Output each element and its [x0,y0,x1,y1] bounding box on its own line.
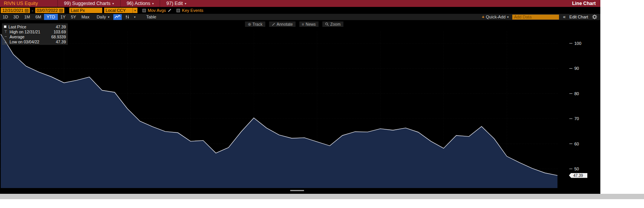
menu-suggested-charts[interactable]: 99) Suggested Charts ▾ [57,0,120,7]
gear-icon[interactable] [592,14,597,20]
series-swatch-icon [4,25,7,28]
chevron-down-icon: ▾ [134,9,136,12]
price-field-select[interactable]: Last Px [69,8,102,13]
y-axis-label: 50 [574,167,579,171]
chart-type-dropdown[interactable]: ▾ [134,15,136,19]
quick-add-button[interactable]: + Quick-Add ▾ [482,15,509,19]
legend-row-last-price[interactable]: Last Price 47.39 [4,24,66,29]
news-label: News [306,22,315,26]
mov-avgs-label: Mov Avgs [148,8,166,13]
period-1y[interactable]: 1Y [58,14,68,20]
quick-add-label: Quick-Add [486,15,505,19]
plus-icon: + [482,15,484,19]
key-events-label: Key Events [182,8,203,13]
window-bottom-edge [0,194,644,199]
chevron-down-icon: ▾ [152,2,154,5]
chart-scrollbar-thumb[interactable] [290,190,304,191]
pencil-icon[interactable] [168,8,172,12]
mov-avgs-checkbox[interactable] [142,9,146,12]
period-ytd[interactable]: YTD [44,14,58,20]
key-events-checkbox[interactable] [177,9,180,12]
chevron-down-icon: ▾ [108,15,110,19]
track-label: Track [253,22,263,26]
settings-bar: 12/31/2021 - 03/07/2022 Last Px Local CC… [0,7,600,14]
legend-value: 47.39 [56,40,66,44]
edit-chart-button[interactable]: Edit Chart [569,15,588,19]
chart-tools-bar: ⊕ Track Annotate ≡ News Zoom [245,21,343,27]
calendar-icon [25,9,28,12]
chart-type-title: Line Chart [572,1,600,6]
line-chart-type-button[interactable] [113,14,122,20]
bloomberg-terminal: RIVN US Equity 99) Suggested Charts ▾ 96… [0,0,600,194]
period-3d[interactable]: 3D [11,14,21,20]
average-marker-icon: ┄ [4,35,8,39]
end-date-input[interactable]: 03/07/2022 [35,8,64,13]
candlestick-icon [125,15,130,19]
table-button[interactable]: Table [144,15,159,19]
track-button[interactable]: ⊕ Track [245,21,265,27]
track-icon: ⊕ [248,22,251,26]
news-icon: ≡ [302,22,304,26]
menu-suggested-charts-label: 99) Suggested Charts [64,1,111,6]
add-data-input[interactable] [512,15,559,20]
y-axis-label: 100 [574,41,581,46]
menu-edit[interactable]: 97) Edit ▾ [160,0,192,7]
annotate-label: Annotate [276,22,293,26]
currency-value: Local CCY [106,8,126,13]
zoom-button[interactable]: Zoom [322,21,343,27]
period-1m[interactable]: 1M [21,14,33,20]
title-bar: RIVN US Equity 99) Suggested Charts ▾ 96… [0,0,600,7]
currency-dropdown-button[interactable]: ▾ [132,8,137,13]
annotate-pencil-icon [271,23,275,26]
legend-label: High on 12/31/21 [10,30,40,34]
legend-label: Last Price [8,25,26,29]
calendar-icon [59,9,63,12]
y-axis-label: 70 [574,116,579,121]
start-date-value: 12/31/2021 [2,8,23,13]
menu-actions-label: 96) Actions [127,1,150,6]
chart-legend: Last Price 47.39 ⊤ High on 12/31/21 103.… [2,23,68,45]
title-menus: 99) Suggested Charts ▾ 96) Actions ▾ 97)… [57,0,193,7]
period-6m[interactable]: 6M [33,14,44,20]
menu-edit-label: 97) Edit [166,1,183,6]
collapse-button[interactable]: « [563,14,566,20]
y-axis-label: 80 [574,91,579,96]
zoom-label: Zoom [330,22,341,26]
high-marker-icon: ⊤ [4,30,8,34]
annotate-button[interactable]: Annotate [269,21,295,27]
legend-row-average: ┄ Average 68.9339 [4,34,66,39]
legend-value: 68.9339 [51,35,66,39]
period-5y[interactable]: 5Y [68,14,78,20]
security-title: RIVN US Equity [0,1,57,6]
price-chart-svg [0,20,600,194]
chevron-down-icon: ▾ [113,2,114,5]
end-date-value: 03/07/2022 [37,8,58,13]
start-date-input[interactable]: 12/31/2021 [1,8,30,13]
y-axis-label: 90 [574,66,579,71]
magnifier-icon [325,22,329,26]
legend-label: Average [10,35,25,39]
chevron-down-icon: ▾ [185,2,186,5]
period-1d[interactable]: 1D [0,14,11,20]
y-axis-label: 60 [574,142,579,146]
chart-toolbar: 1D 3D 1M 6M YTD 1Y 5Y Max Daily ▾ ▾ Tabl… [0,14,600,20]
period-max[interactable]: Max [79,14,92,20]
legend-label: Low on 03/04/22 [10,40,39,44]
price-field-value: Last Px [71,8,85,13]
legend-row-low: ⊥ Low on 03/04/22 47.39 [4,39,66,44]
chart-area[interactable]: ⊕ Track Annotate ≡ News Zoom Last Price … [0,20,600,194]
legend-value: 103.69 [54,30,66,34]
legend-row-high: ⊤ High on 12/31/21 103.69 [4,29,66,34]
frequency-value: Daily [96,15,106,19]
menu-actions[interactable]: 96) Actions ▾ [120,0,160,7]
chevron-down-icon: ▾ [507,15,508,19]
ohlc-chart-type-button[interactable] [123,14,132,20]
currency-select[interactable]: Local CCY [104,8,132,13]
line-chart-icon [114,15,121,19]
last-price-tag: 47.39 [569,173,587,178]
frequency-select[interactable]: Daily ▾ [93,15,112,19]
legend-value: 47.39 [56,25,66,29]
news-button[interactable]: ≡ News [299,21,318,27]
low-marker-icon: ⊥ [4,40,8,44]
date-range-separator: - [32,8,33,13]
